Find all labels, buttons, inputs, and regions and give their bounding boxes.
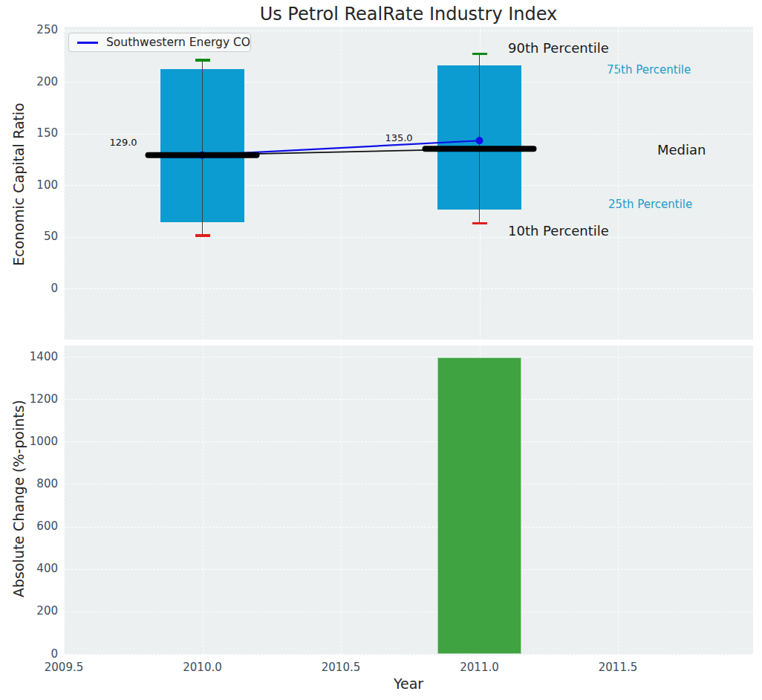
y-tick-label: 200 bbox=[0, 75, 58, 89]
h-gridline bbox=[64, 441, 753, 442]
bottom-plot-area bbox=[64, 346, 753, 655]
y-tick-label: 1400 bbox=[0, 350, 58, 364]
change-bar bbox=[437, 357, 521, 654]
y-tick-label: 250 bbox=[0, 23, 58, 37]
v-gridline bbox=[203, 346, 203, 655]
company-data-point bbox=[476, 137, 483, 144]
y-tick-label: 600 bbox=[0, 519, 58, 534]
x-tick-label: 2011.0 bbox=[450, 661, 509, 675]
chart-title: Us Petrol RealRate Industry Index bbox=[64, 4, 753, 25]
x-tick-label: 2010.0 bbox=[173, 661, 232, 675]
v-gridline bbox=[618, 346, 619, 655]
y-tick-label: 50 bbox=[0, 230, 58, 244]
y-tick-label: 800 bbox=[0, 477, 58, 491]
x-tick-label: 2011.5 bbox=[588, 661, 648, 675]
y-tick-label: 1200 bbox=[0, 392, 58, 406]
y-tick-label: 150 bbox=[0, 126, 58, 140]
top-chart-lines bbox=[64, 27, 753, 340]
h-gridline bbox=[64, 527, 753, 528]
h-gridline bbox=[64, 654, 753, 655]
y-tick-label: 200 bbox=[0, 604, 58, 618]
bottom-y-axis-label: Absolute Change (%-points) bbox=[10, 387, 27, 610]
h-gridline bbox=[64, 484, 753, 485]
h-gridline bbox=[64, 357, 753, 357]
y-tick-label: 0 bbox=[0, 647, 58, 661]
figure: Us Petrol RealRate Industry Index Southw… bbox=[0, 0, 762, 700]
x-tick-label: 2010.5 bbox=[311, 661, 371, 675]
y-tick-label: 1000 bbox=[0, 435, 58, 449]
x-tick-label: 2009.5 bbox=[34, 661, 94, 675]
v-gridline bbox=[64, 346, 65, 655]
top-plot-area: Southwestern Energy CO 129.0 135.0 90th … bbox=[64, 27, 753, 340]
y-tick-label: 400 bbox=[0, 562, 58, 576]
y-tick-label: 100 bbox=[0, 178, 58, 192]
y-tick-label: 0 bbox=[0, 282, 58, 296]
h-gridline bbox=[64, 569, 753, 570]
v-gridline bbox=[341, 346, 342, 655]
h-gridline bbox=[64, 612, 753, 612]
h-gridline bbox=[64, 399, 753, 400]
x-axis-label: Year bbox=[64, 675, 753, 692]
